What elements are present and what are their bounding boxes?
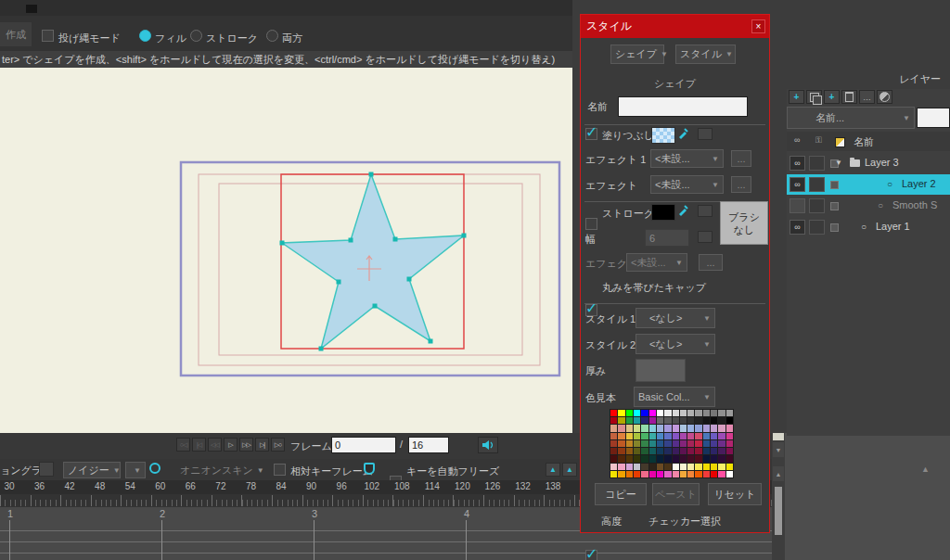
control-point[interactable]: [462, 234, 467, 238]
palette-swatch[interactable]: [695, 464, 701, 470]
palette-swatch[interactable]: [610, 464, 617, 470]
jump-to-start-button[interactable]: ○◁: [176, 438, 190, 452]
noise-dropdown[interactable]: ノイジー ▼: [63, 462, 121, 478]
palette-swatch[interactable]: [718, 440, 725, 447]
palette-swatch[interactable]: [634, 455, 640, 462]
palette-swatch[interactable]: [664, 425, 671, 431]
palette-swatch[interactable]: [687, 440, 694, 447]
palette-swatch[interactable]: [664, 410, 671, 416]
palette-swatch[interactable]: [718, 433, 725, 439]
palette-swatch[interactable]: [718, 455, 725, 462]
palette-swatch[interactable]: [649, 455, 656, 462]
mode-radio-1[interactable]: [190, 30, 202, 42]
palette-swatch[interactable]: [610, 471, 617, 477]
expand-arrow-icon[interactable]: ▼: [835, 159, 842, 167]
palette-swatch[interactable]: [626, 471, 633, 477]
layer-row[interactable]: ○Smooth S: [787, 196, 950, 216]
palette-swatch[interactable]: [618, 448, 624, 454]
palette-swatch[interactable]: [626, 440, 633, 447]
palette-swatch[interactable]: [673, 471, 679, 477]
layer-color-chip[interactable]: [830, 202, 839, 210]
fill-option-box[interactable]: [698, 128, 712, 140]
palette-swatch[interactable]: [711, 464, 717, 470]
loop-toggle-button[interactable]: [149, 463, 160, 474]
palette-swatch[interactable]: [687, 455, 694, 462]
lock-toggle[interactable]: [809, 220, 825, 235]
palette-swatch[interactable]: [664, 464, 671, 470]
current-frame-input[interactable]: 0: [331, 437, 396, 453]
palette-swatch[interactable]: [703, 410, 710, 416]
effect2-more-button[interactable]: ...: [731, 176, 751, 193]
effect1-dropdown[interactable]: <未設... ▼: [650, 149, 724, 168]
next-keyframe-button[interactable]: ▷|: [255, 438, 269, 452]
palette-swatch[interactable]: [649, 448, 656, 454]
palette-swatch[interactable]: [626, 464, 633, 470]
effect1-more-button[interactable]: ...: [731, 150, 751, 167]
palette-swatch[interactable]: [680, 471, 687, 477]
layer-row[interactable]: ∞▼Layer 3: [787, 153, 950, 173]
palette-swatch[interactable]: [695, 455, 701, 462]
palette-swatch[interactable]: [649, 425, 656, 431]
layer-row[interactable]: ∞○Layer 1: [787, 217, 950, 237]
palette-swatch[interactable]: [649, 464, 656, 470]
palette-swatch[interactable]: [718, 464, 725, 470]
palette-swatch[interactable]: [626, 455, 633, 462]
palette-swatch[interactable]: [626, 448, 633, 454]
palette-swatch[interactable]: [726, 410, 733, 416]
palette-swatch[interactable]: [657, 471, 663, 477]
palette-swatch[interactable]: [726, 433, 733, 439]
palette-swatch[interactable]: [641, 433, 648, 439]
palette-swatch[interactable]: [657, 448, 663, 454]
palette-swatch[interactable]: [718, 425, 725, 431]
palette-swatch[interactable]: [718, 410, 725, 416]
palette-swatch[interactable]: [695, 410, 701, 416]
palette-swatch[interactable]: [657, 410, 663, 416]
palette-swatch[interactable]: [703, 440, 710, 447]
palette-swatch[interactable]: [641, 440, 648, 447]
thickness-input[interactable]: [635, 359, 686, 382]
palette-swatch[interactable]: [673, 464, 679, 470]
visibility-toggle[interactable]: [790, 198, 805, 213]
palette-swatch[interactable]: [726, 440, 733, 447]
palette-swatch[interactable]: [634, 464, 640, 470]
style-panel-titlebar[interactable]: スタイル: [581, 15, 769, 38]
fill-checkbox[interactable]: ✓: [585, 128, 597, 140]
new-layer-button[interactable]: +: [789, 90, 804, 104]
palette-swatch[interactable]: [687, 425, 694, 431]
control-point[interactable]: [369, 172, 374, 177]
delete-layer-button[interactable]: [841, 90, 857, 104]
scroll-up-button[interactable]: ▲: [773, 466, 784, 481]
palette-swatch[interactable]: [680, 433, 687, 439]
palette-swatch[interactable]: [687, 464, 694, 470]
merge-layer-button[interactable]: [877, 90, 892, 104]
layer-color-chip[interactable]: [830, 223, 839, 232]
scrollbar-thumb[interactable]: [775, 487, 782, 535]
paste-button[interactable]: ペースト: [652, 483, 700, 505]
palette-swatch[interactable]: [726, 471, 733, 477]
palette-swatch[interactable]: [673, 455, 679, 462]
sound-toggle-button[interactable]: [478, 437, 498, 453]
mode-radio-2[interactable]: [266, 30, 278, 42]
palette-swatch[interactable]: [680, 455, 687, 462]
palette-swatch[interactable]: [711, 440, 717, 447]
palette-swatch[interactable]: [657, 425, 663, 431]
control-point[interactable]: [349, 238, 353, 243]
palette-swatch[interactable]: [610, 448, 617, 454]
lock-toggle[interactable]: [809, 156, 825, 171]
palette-swatch[interactable]: [657, 417, 663, 424]
palette-swatch[interactable]: [626, 410, 633, 416]
palette-swatch[interactable]: [610, 455, 617, 462]
menu-square-icon[interactable]: [26, 5, 37, 13]
palette-swatch[interactable]: [703, 433, 710, 439]
control-point[interactable]: [407, 277, 412, 282]
palette-swatch[interactable]: [641, 455, 648, 462]
palette-swatch[interactable]: [695, 433, 701, 439]
palette-swatch[interactable]: [695, 417, 701, 424]
palette-swatch[interactable]: [687, 433, 694, 439]
palette-swatch[interactable]: [641, 448, 648, 454]
palette-swatch[interactable]: [664, 455, 671, 462]
relative-keyframe-checkbox[interactable]: [274, 464, 286, 476]
layer-filter-input[interactable]: [917, 108, 950, 128]
palette-swatch[interactable]: [680, 410, 687, 416]
palette-swatch[interactable]: [618, 455, 624, 462]
